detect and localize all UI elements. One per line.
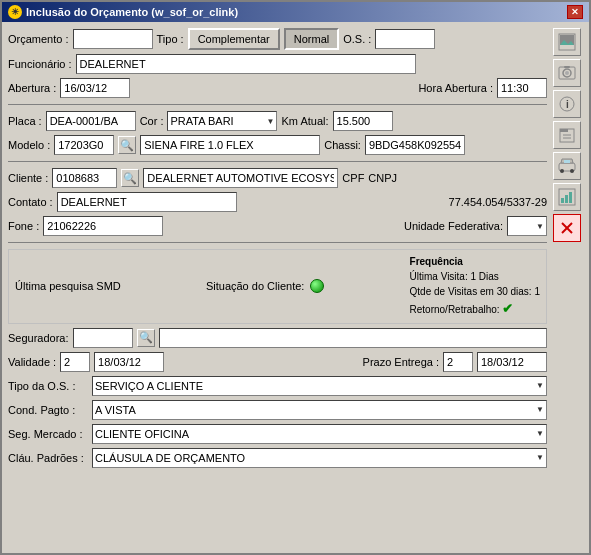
seguradora-code-input[interactable] [73,328,133,348]
title-bar-left: ☀ Inclusão do Orçamento (w_sof_or_clink) [8,5,238,19]
main-window: ☀ Inclusão do Orçamento (w_sof_or_clink)… [0,0,591,555]
side-btn-4[interactable] [553,121,581,149]
cnpj-label: CNPJ [368,172,397,184]
row-abertura: Abertura : Hora Abertura : [8,78,547,98]
svg-rect-6 [564,66,570,68]
side-btn-3[interactable]: i [553,90,581,118]
clau-padroes-select[interactable]: CLÁUSULA DE ORÇAMENTO [92,448,547,468]
contato-input[interactable] [57,192,237,212]
cliente-lookup-btn[interactable]: 🔍 [121,169,139,187]
km-atual-label: Km Atual: [281,115,328,127]
validade-date-input[interactable] [94,352,164,372]
clau-padroes-label: Cláu. Padrões : [8,452,88,464]
modelo-label: Modelo : [8,139,50,151]
freq-box: Frequência Última Visita: 1 Dias Qtde de… [410,254,540,319]
qtde-visitas-label: Qtde de Visitas em 30 dias: [410,286,532,297]
side-btn-6[interactable] [553,183,581,211]
retorno-label: Retorno/Retrabalho: [410,304,500,315]
chassi-input[interactable] [365,135,465,155]
seguradora-desc-input[interactable] [159,328,547,348]
frequencia-header: Frequência [410,254,540,269]
seguradora-label: Seguradora: [8,332,69,344]
ultima-visita-row: Última Visita: 1 Dias [410,269,540,284]
contato-label: Contato : [8,196,53,208]
svg-rect-17 [564,160,570,163]
modelo-input[interactable] [54,135,114,155]
side-btn-7[interactable] [553,214,581,242]
row-tipo-os: Tipo da O.S. : SERVIÇO A CLIENTE [8,376,547,396]
hora-abertura-input[interactable] [497,78,547,98]
seg-mercado-label: Seg. Mercado : [8,428,88,440]
cond-pagto-wrapper: A VISTA [92,400,547,420]
cond-pagto-label: Cond. Pagto : [8,404,88,416]
fone-input[interactable] [43,216,163,236]
complementar-button[interactable]: Complementar [188,28,280,50]
retorno-row: Retorno/Retrabalho: ✔ [410,299,540,319]
placa-input[interactable] [46,111,136,131]
row-validade: Validade : Prazo Entrega : [8,352,547,372]
row-funcionario: Funcionário : [8,54,547,74]
divider-1 [8,104,547,105]
modelo-lookup-btn[interactable]: 🔍 [118,136,136,154]
validade-label: Validade : [8,356,56,368]
cor-label: Cor : [140,115,164,127]
window-title: Inclusão do Orçamento (w_sof_or_clink) [26,6,238,18]
prazo-num-input[interactable] [443,352,473,372]
qtde-visitas-row: Qtde de Visitas em 30 dias: 1 [410,284,540,299]
row-cliente: Cliente : 🔍 CPF CNPJ [8,168,547,188]
side-panel: i [551,28,583,547]
cond-pagto-select[interactable]: A VISTA [92,400,547,420]
tipo-os-select[interactable]: SERVIÇO A CLIENTE [92,376,547,396]
unidade-label: Unidade Federativa: [404,220,503,232]
retorno-check-icon: ✔ [502,301,513,316]
funcionario-input[interactable] [76,54,416,74]
hora-abertura-label: Hora Abertura : [418,82,493,94]
cor-wrapper: PRATA BARI [167,111,277,131]
tipo-os-wrapper: SERVIÇO A CLIENTE [92,376,547,396]
svg-rect-21 [569,192,572,203]
smd-section: Última pesquisa SMD Situação do Cliente:… [8,249,547,324]
unidade-wrapper [507,216,547,236]
tipo-label: Tipo : [157,33,184,45]
normal-button[interactable]: Normal [284,28,339,50]
seg-mercado-select[interactable]: CLIENTE OFICINA [92,424,547,444]
row-seg-mercado: Seg. Mercado : CLIENTE OFICINA [8,424,547,444]
cliente-desc-input[interactable] [143,168,338,188]
cliente-input[interactable] [52,168,117,188]
unidade-select[interactable] [507,216,547,236]
ultima-visita-label: Última Visita: [410,271,468,282]
prazo-label: Prazo Entrega : [363,356,439,368]
os-label: O.S. : [343,33,371,45]
side-btn-5[interactable] [553,152,581,180]
ultima-visita-value: 1 Dias [471,271,499,282]
situacao-label: Situação do Cliente: [206,280,304,292]
seguradora-lookup-btn[interactable]: 🔍 [137,329,155,347]
content-area: Orçamento : Tipo : Complementar Normal O… [2,22,589,553]
chassi-label: Chassi: [324,139,361,151]
cnpj-value-label: 77.454.054/5337-29 [449,196,547,208]
row-fone: Fone : Unidade Federativa: [8,216,547,236]
svg-point-16 [570,169,574,173]
os-input[interactable] [375,29,435,49]
status-dot [310,279,324,293]
modelo-desc-input[interactable] [140,135,320,155]
km-atual-input[interactable] [333,111,393,131]
validade-num-input[interactable] [60,352,90,372]
qtde-visitas-value: 1 [534,286,540,297]
row-contato: Contato : 77.454.054/5337-29 [8,192,547,212]
title-bar: ☀ Inclusão do Orçamento (w_sof_or_clink)… [2,2,589,22]
cor-select[interactable]: PRATA BARI [167,111,277,131]
window-icon: ☀ [8,5,22,19]
row-seguradora: Seguradora: 🔍 [8,328,547,348]
prazo-date-input[interactable] [477,352,547,372]
abertura-input[interactable] [60,78,130,98]
orcamento-input[interactable] [73,29,153,49]
divider-3 [8,242,547,243]
cpf-label: CPF [342,172,364,184]
main-panel: Orçamento : Tipo : Complementar Normal O… [8,28,547,547]
divider-2 [8,161,547,162]
svg-point-15 [560,169,564,173]
close-button[interactable]: ✕ [567,5,583,19]
side-btn-1[interactable] [553,28,581,56]
side-btn-2[interactable] [553,59,581,87]
